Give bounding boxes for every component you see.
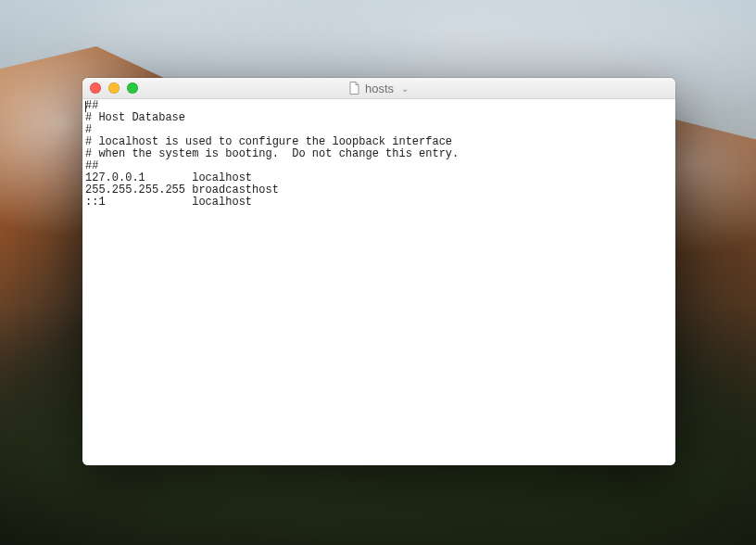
window-title: hosts: [365, 82, 394, 95]
chevron-down-icon: ⌄: [401, 83, 409, 94]
text-editor[interactable]: ## # Host Database # # localhost is used…: [82, 99, 675, 465]
window-titlebar[interactable]: hosts ⌄: [82, 78, 675, 99]
text-caret: [85, 101, 86, 112]
close-button[interactable]: [90, 82, 101, 94]
document-icon: [349, 82, 359, 95]
editor-content[interactable]: ## # Host Database # # localhost is used…: [82, 99, 675, 209]
title-dropdown[interactable]: hosts ⌄: [349, 82, 409, 95]
desktop-background: hosts ⌄ ## # Host Database # # localhost…: [0, 0, 756, 545]
zoom-button[interactable]: [127, 82, 138, 94]
window-controls: [90, 82, 138, 94]
minimize-button[interactable]: [108, 82, 120, 94]
textedit-window: hosts ⌄ ## # Host Database # # localhost…: [82, 78, 675, 465]
